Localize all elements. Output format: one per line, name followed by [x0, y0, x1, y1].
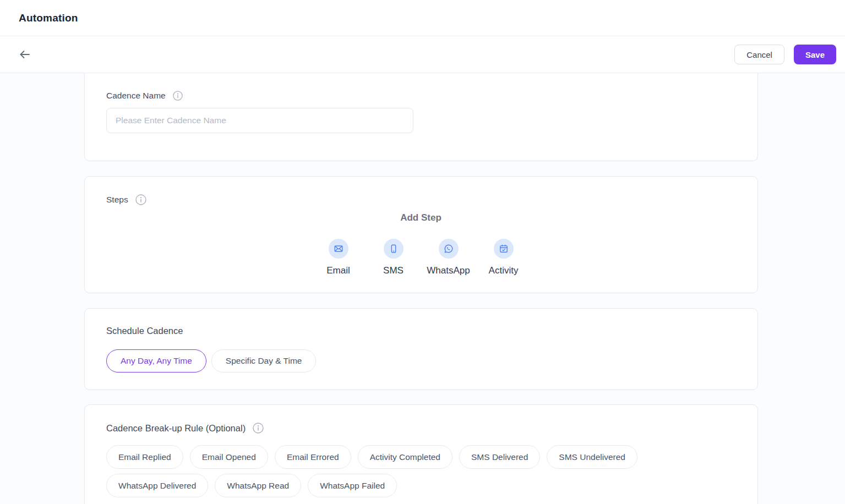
cadence-name-card: Cadence Name [84, 73, 758, 161]
add-step-title: Add Step [106, 212, 735, 223]
chip-email-replied[interactable]: Email Replied [106, 445, 183, 469]
cadence-name-label-row: Cadence Name [106, 91, 735, 101]
chip-whatsapp-failed[interactable]: WhatsApp Failed [308, 474, 397, 497]
info-icon[interactable] [135, 194, 146, 205]
steps-card: Steps Add Step [84, 176, 758, 293]
chip-whatsapp-read[interactable]: WhatsApp Read [215, 474, 301, 497]
email-icon [329, 239, 348, 259]
top-header: Automation [0, 0, 845, 36]
back-arrow-icon [18, 48, 31, 61]
schedule-cadence-title: Schedule Cadence [106, 326, 735, 336]
schedule-options: Any Day, Any Time Specific Day & Time [106, 349, 735, 372]
info-icon[interactable] [173, 91, 183, 101]
breakup-rule-title: Cadence Break-up Rule (Optional) [106, 423, 246, 434]
schedule-option-any-day[interactable]: Any Day, Any Time [106, 349, 206, 372]
add-email-step-button[interactable]: Email [311, 239, 366, 276]
channel-label: Email [311, 265, 366, 276]
steps-label: Steps [106, 195, 128, 205]
chip-email-errored[interactable]: Email Errored [275, 445, 351, 469]
channel-label: Activity [476, 265, 531, 276]
channel-label: SMS [366, 265, 421, 276]
steps-label-row: Steps [106, 194, 735, 205]
chip-whatsapp-delivered[interactable]: WhatsApp Delivered [106, 474, 208, 497]
breakup-rule-label-row: Cadence Break-up Rule (Optional) [106, 423, 735, 434]
schedule-option-specific-day[interactable]: Specific Day & Time [211, 349, 317, 372]
channel-label: WhatsApp [421, 265, 476, 276]
action-bar: Cancel Save [0, 36, 845, 73]
save-button[interactable]: Save [794, 45, 836, 64]
channel-buttons: Email SMS [106, 239, 735, 276]
page-title: Automation [19, 12, 78, 24]
cadence-name-label: Cadence Name [106, 91, 166, 101]
activity-icon [494, 239, 514, 259]
form-container: Cadence Name Steps [84, 73, 758, 504]
cadence-name-input[interactable] [106, 108, 413, 133]
add-step-block: Add Step Email [106, 212, 735, 276]
sms-icon [384, 239, 404, 259]
breakup-rule-chips: Email Replied Email Opened Email Errored… [106, 445, 735, 497]
back-button[interactable] [15, 45, 34, 64]
add-sms-step-button[interactable]: SMS [366, 239, 421, 276]
add-whatsapp-step-button[interactable]: WhatsApp [421, 239, 476, 276]
action-buttons: Cancel Save [734, 45, 836, 64]
whatsapp-icon [439, 239, 459, 259]
chip-activity-completed[interactable]: Activity Completed [358, 445, 453, 469]
cancel-button[interactable]: Cancel [734, 45, 784, 64]
chip-sms-undelivered[interactable]: SMS Undelivered [547, 445, 637, 469]
info-icon[interactable] [253, 423, 264, 434]
main-content: Cadence Name Steps [0, 73, 845, 504]
chip-sms-delivered[interactable]: SMS Delivered [459, 445, 540, 469]
add-activity-step-button[interactable]: Activity [476, 239, 531, 276]
schedule-cadence-card: Schedule Cadence Any Day, Any Time Speci… [84, 308, 758, 390]
chip-email-opened[interactable]: Email Opened [190, 445, 268, 469]
breakup-rule-card: Cadence Break-up Rule (Optional) Email R… [84, 404, 758, 504]
